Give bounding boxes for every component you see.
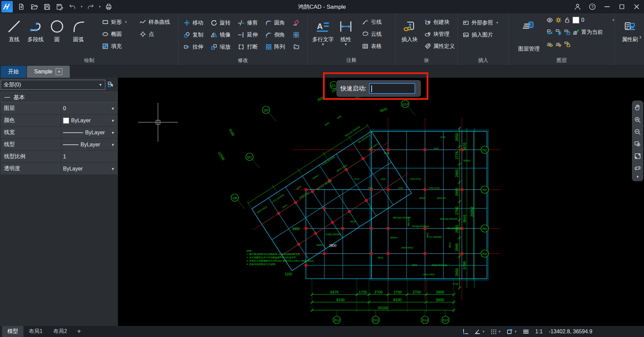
redo-dropdown-caret[interactable]: ▼ bbox=[98, 5, 101, 8]
add-layout-button[interactable]: + bbox=[72, 328, 86, 335]
layer-color-swatch[interactable] bbox=[573, 17, 579, 23]
object-snap-toggle[interactable]: ▼ bbox=[506, 328, 517, 335]
zoom-window-button[interactable] bbox=[633, 138, 643, 150]
chevron-down-icon[interactable]: ▼ bbox=[111, 119, 115, 123]
maximize-button[interactable] bbox=[614, 0, 629, 13]
layer-hide-icon[interactable] bbox=[546, 29, 553, 36]
grid-display-toggle[interactable]: ▼ bbox=[490, 328, 501, 335]
chevron-down-icon[interactable]: ▼ bbox=[482, 330, 485, 333]
user-button[interactable] bbox=[570, 0, 585, 13]
ribbon-button-explode[interactable] bbox=[291, 41, 301, 53]
layout-tab-布局1[interactable]: 布局1 bbox=[23, 326, 48, 337]
zoom-out-button[interactable] bbox=[633, 126, 643, 138]
ribbon-button-polyline[interactable]: 多段线 bbox=[25, 16, 46, 44]
layer-visible-eye-icon[interactable] bbox=[546, 17, 553, 23]
chevron-down-icon[interactable]: ▼ bbox=[514, 330, 517, 333]
ribbon-button-block-manager[interactable]: 块管理 bbox=[423, 28, 456, 40]
layer-on-sun-icon[interactable] bbox=[555, 17, 562, 23]
layer-manager-icon[interactable] bbox=[512, 15, 544, 35]
status-menu-toggle[interactable] bbox=[523, 328, 529, 335]
chevron-down-icon[interactable]: ▼ bbox=[498, 330, 501, 333]
quick-select-icon[interactable] bbox=[106, 80, 116, 89]
ribbon-button-trim[interactable]: 修剪 bbox=[236, 17, 263, 29]
pan-button[interactable] bbox=[633, 102, 643, 114]
chevron-down-icon[interactable]: ▼ bbox=[344, 43, 347, 46]
zoom-in-button[interactable] bbox=[633, 114, 643, 126]
close-button[interactable] bbox=[629, 0, 644, 13]
ribbon-button-insert-block[interactable]: 插入块 bbox=[399, 16, 420, 44]
quick-start-input[interactable] bbox=[369, 83, 415, 94]
ribbon-button-line[interactable]: 直线 bbox=[3, 16, 25, 44]
ribbon-button-table[interactable]: 表格 bbox=[361, 40, 383, 52]
layout-tab-布局2[interactable]: 布局2 bbox=[48, 326, 72, 337]
ribbon-button-mtext[interactable]: A多行文字▼ bbox=[311, 16, 335, 47]
ribbon-button-move[interactable]: 移动 bbox=[182, 17, 209, 29]
chevron-down-icon[interactable]: ▼ bbox=[496, 21, 499, 24]
layer-freeze-icon[interactable] bbox=[555, 29, 562, 36]
doc-tab-start[interactable]: 开始 bbox=[1, 66, 26, 78]
chevron-down-icon[interactable]: ▼ bbox=[111, 143, 115, 147]
property-value-cell[interactable]: ByLayer▼ bbox=[61, 163, 117, 175]
chevron-down-icon[interactable]: ▼ bbox=[111, 167, 115, 171]
drawing-canvas[interactable]: 6375172527002700270039008100810039002010… bbox=[118, 78, 644, 326]
ribbon-button-stretch[interactable]: 拉伸 bbox=[182, 41, 209, 53]
ribbon-button-erase[interactable] bbox=[291, 17, 301, 29]
ribbon-button-attribute-define[interactable]: 属性定义 bbox=[423, 40, 456, 52]
layer-dropdown-caret[interactable]: ▼ bbox=[612, 18, 615, 22]
property-value-cell[interactable]: ByLayer▼ bbox=[61, 139, 117, 150]
ribbon-button-mirror[interactable]: 镜像 bbox=[209, 29, 236, 41]
ribbon-button-scale[interactable]: 缩放 bbox=[209, 41, 236, 53]
orbit-button[interactable] bbox=[633, 162, 643, 174]
section-header-basic[interactable]: — 基本 bbox=[1, 92, 117, 103]
layer-manager-button[interactable]: 图层管理 bbox=[513, 46, 545, 53]
selection-filter-dropdown[interactable]: 全部(0) ▼ bbox=[1, 80, 105, 90]
chevron-down-icon[interactable]: ▼ bbox=[111, 107, 115, 111]
ribbon-button-array[interactable]: 阵列 bbox=[264, 41, 290, 53]
layer-unlock-icon[interactable] bbox=[564, 17, 571, 23]
ribbon-button-fillet[interactable]: 圆角 bbox=[264, 17, 290, 29]
layer-set-current-button[interactable]: 置为当前 bbox=[573, 29, 603, 36]
open-file-button[interactable] bbox=[29, 1, 40, 12]
help-button[interactable]: ? bbox=[585, 0, 600, 13]
chevron-down-icon[interactable]: ▼ bbox=[111, 131, 115, 135]
print-button[interactable] bbox=[103, 1, 114, 12]
ribbon-button-xref[interactable]: 外部参照▼ bbox=[461, 17, 506, 29]
chevron-down-icon[interactable]: ▼ bbox=[321, 43, 325, 46]
ortho-toggle[interactable] bbox=[462, 328, 469, 335]
save-as-button[interactable] bbox=[54, 1, 65, 12]
new-file-button[interactable] bbox=[16, 1, 27, 12]
undo-dropdown-caret[interactable]: ▼ bbox=[80, 5, 83, 8]
layer-unlock-yellow-icon[interactable] bbox=[564, 41, 571, 48]
layer-show-eye-icon[interactable] bbox=[546, 41, 553, 48]
ribbon-button-ellipse[interactable]: 椭圆 bbox=[101, 28, 129, 40]
layout-tab-模型[interactable]: 模型 bbox=[2, 326, 23, 337]
ribbon-button-arc[interactable]: 圆弧 bbox=[68, 16, 89, 44]
nav-more-caret[interactable]: ▼ bbox=[636, 174, 639, 180]
doc-tab-sample[interactable]: Sample✕ bbox=[27, 66, 70, 78]
layer-lock-icon[interactable] bbox=[564, 29, 571, 36]
ribbon-button-spline[interactable]: 样条曲线 bbox=[138, 16, 171, 28]
property-value-cell[interactable]: ByLayer▼ bbox=[61, 127, 117, 138]
layer-thaw-sun-icon[interactable] bbox=[555, 41, 562, 48]
save-button[interactable] bbox=[42, 1, 52, 12]
property-value-cell[interactable]: 1 bbox=[61, 151, 117, 162]
tab-close-icon[interactable]: ✕ bbox=[56, 68, 62, 75]
ribbon-button-leader[interactable]: A引线 bbox=[361, 16, 383, 28]
ribbon-button-break[interactable]: 打断 bbox=[236, 41, 263, 53]
ribbon-button-point[interactable]: 点 bbox=[138, 28, 171, 40]
ribbon-button-circle[interactable]: 圆 bbox=[46, 16, 68, 44]
minimize-button[interactable] bbox=[600, 0, 614, 13]
polar-tracking-toggle[interactable]: ▼ bbox=[474, 328, 485, 335]
zoom-extents-button[interactable] bbox=[633, 150, 643, 162]
property-value-cell[interactable]: 0▼ bbox=[61, 103, 117, 114]
ribbon-button-insert-image[interactable]: 插入图片 bbox=[461, 29, 506, 41]
ribbon-button-hatch[interactable]: 填充 bbox=[101, 40, 129, 52]
ribbon-button-chamfer[interactable]: 倒角 bbox=[264, 29, 290, 41]
redo-button[interactable] bbox=[85, 1, 96, 12]
ribbon-button-revcloud[interactable]: 云线 bbox=[361, 28, 383, 40]
ribbon-expand-chevron[interactable]: › bbox=[638, 33, 643, 41]
ribbon-button-copy[interactable]: 复制 bbox=[182, 29, 209, 41]
undo-button[interactable] bbox=[67, 1, 78, 12]
ribbon-button-rotate[interactable]: 旋转 bbox=[209, 17, 236, 29]
property-value-cell[interactable]: ByLayer▼ bbox=[61, 115, 117, 126]
